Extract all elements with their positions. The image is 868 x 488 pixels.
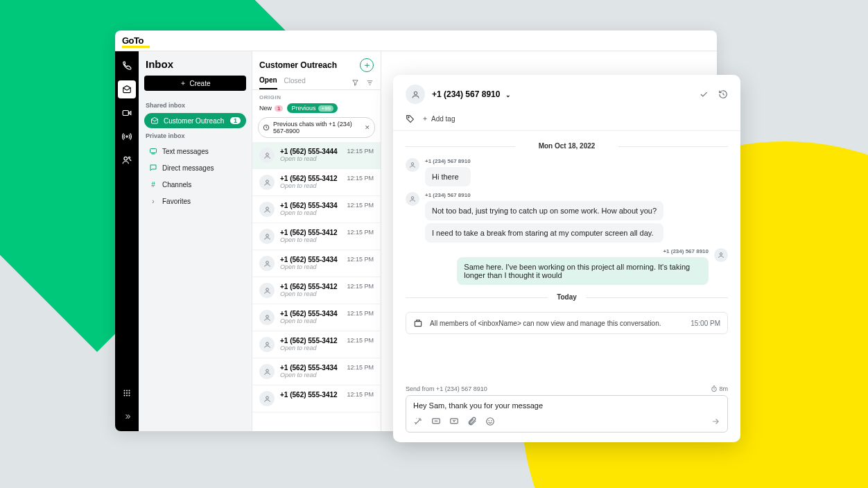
nav-apps-icon[interactable]: [118, 384, 136, 402]
badge-count: 1: [230, 117, 241, 124]
conversation-item[interactable]: +1 (562) 555-3434Open to read 12:15 PM: [252, 304, 381, 331]
filter-new[interactable]: New 1: [259, 105, 283, 112]
svg-point-22: [266, 342, 268, 345]
history-clock-icon[interactable]: [718, 89, 728, 99]
conversation-time: 12:15 PM: [347, 148, 374, 163]
conversation-item[interactable]: +1 (562) 555-3412 12:15 PM: [252, 385, 381, 412]
message-icon: [148, 146, 158, 156]
message-bubble: Hi there: [425, 167, 471, 186]
hash-icon: #: [148, 180, 158, 189]
svg-point-4: [124, 390, 125, 392]
sidebar-item-label: Channels: [162, 181, 191, 189]
conversation-number: +1 (562) 555-3444: [280, 148, 341, 155]
conversation-item[interactable]: +1 (562) 555-3412Open to read 12:15 PM: [252, 223, 381, 250]
svg-point-18: [266, 234, 268, 236]
date-divider-today: Today: [406, 293, 728, 301]
svg-point-15: [266, 152, 268, 155]
nav-contacts-icon[interactable]: [118, 151, 136, 169]
attachment-icon[interactable]: [467, 417, 477, 426]
message-input[interactable]: [413, 401, 720, 410]
svg-point-9: [129, 392, 130, 394]
add-tag-button[interactable]: ＋ Add tag: [422, 114, 455, 123]
nav-expand-icon[interactable]: [118, 408, 136, 426]
nav-inbox-icon[interactable]: [118, 80, 136, 98]
emoji-icon[interactable]: [485, 417, 495, 426]
message-composer[interactable]: [406, 395, 728, 433]
nav-phone-icon[interactable]: [118, 57, 136, 75]
tab-closed[interactable]: Closed: [284, 77, 306, 89]
message-sender: +1 (234) 567 8910: [425, 158, 471, 164]
avatar-icon: [406, 192, 419, 206]
message-bubble: Same here. I've been working on this pro…: [457, 257, 709, 285]
conversation-preview: Open to read: [280, 155, 341, 162]
conversation-scroll[interactable]: +1 (562) 555-3444 Open to read 12:15 PM …: [252, 142, 381, 431]
draft-timer: 8m: [711, 385, 728, 392]
avatar-icon: [259, 256, 275, 271]
close-icon[interactable]: ✕: [365, 124, 370, 131]
filter-icon[interactable]: [351, 79, 359, 87]
svg-point-29: [720, 253, 722, 255]
send-from-label: Send from +1 (234) 567 8910: [406, 385, 487, 392]
svg-point-34: [487, 418, 494, 426]
conversation-item[interactable]: +1 (562) 555-3412Open to read 12:15 PM: [252, 169, 381, 196]
tag-row: ＋ Add tag: [393, 110, 740, 131]
conversation-list-title: Customer Outreach: [259, 60, 337, 70]
svg-point-21: [266, 315, 268, 317]
resolve-check-icon[interactable]: [699, 89, 709, 99]
conversation-item[interactable]: +1 (562) 555-3434Open to read 12:15 PM: [252, 196, 381, 223]
sidebar-item-favorites[interactable]: › Favorites: [144, 193, 246, 209]
sidebar-item-label: Direct messages: [162, 164, 214, 172]
origin-label: ORIGIN: [252, 90, 381, 101]
message-thread[interactable]: Mon Oct 18, 2022 +1 (234) 567 8910 Hi th…: [393, 131, 740, 378]
notice-text: All members of <inboxName> can now view …: [430, 320, 661, 327]
conversation-item[interactable]: +1 (562) 555-3412Open to read 12:15 PM: [252, 277, 381, 304]
sidebar-item-channels[interactable]: # Channels: [144, 177, 246, 192]
svg-point-3: [128, 157, 130, 158]
sidebar-item-direct-messages[interactable]: Direct messages: [144, 160, 246, 175]
conversation-detail-panel: +1 (234) 567 8910 ⌄ ＋ Add tag Mon Oct 18…: [393, 75, 740, 442]
system-notice: All members of <inboxName> can now view …: [406, 312, 728, 334]
magic-wand-icon[interactable]: [413, 417, 423, 426]
avatar-icon: [259, 310, 275, 325]
svg-rect-0: [123, 111, 128, 116]
avatar-icon: [259, 364, 275, 379]
message-sender: +1 (234) 567 8910: [663, 248, 709, 254]
send-button[interactable]: [711, 417, 720, 426]
plus-icon: ＋: [180, 78, 186, 88]
create-button[interactable]: ＋ Create: [144, 76, 246, 91]
shared-inbox-icon: [413, 318, 423, 328]
conversation-item[interactable]: +1 (562) 555-3434Open to read 12:15 PM: [252, 250, 381, 277]
filter-chip-previous-chats[interactable]: Previous chats with +1 (234) 567-8900 ✕: [258, 117, 375, 138]
conversation-item[interactable]: +1 (562) 555-3444 Open to read 12:15 PM: [252, 142, 381, 169]
quick-reply-icon[interactable]: [431, 417, 441, 426]
tab-open[interactable]: Open: [259, 76, 277, 89]
filter-chip-label: Previous chats with +1 (234) 567-8900: [273, 121, 361, 134]
svg-point-8: [126, 392, 128, 394]
contact-name-dropdown[interactable]: +1 (234) 567 8910 ⌄: [432, 89, 511, 99]
conversation-item[interactable]: +1 (562) 555-3434Open to read 12:15 PM: [252, 358, 381, 385]
title-bar: GoTo: [115, 31, 717, 51]
template-icon[interactable]: [449, 417, 459, 426]
tag-icon: [406, 114, 415, 123]
sidebar-item-text-messages[interactable]: Text messages: [144, 143, 246, 159]
primary-nav-rail: [115, 51, 139, 431]
nav-video-icon[interactable]: [118, 104, 136, 122]
composer-area: Send from +1 (234) 567 8910 8m: [393, 378, 740, 442]
svg-point-27: [411, 163, 413, 165]
clock-icon: [263, 124, 270, 131]
sort-icon[interactable]: [366, 79, 374, 87]
conversation-item[interactable]: +1 (562) 555-3412Open to read 12:15 PM: [252, 331, 381, 358]
message-group-inbound: +1 (234) 567 8910 Not too bad, just tryi…: [406, 192, 728, 243]
sidebar-item-customer-outreach[interactable]: Customer Outreach 1: [144, 113, 246, 128]
chevron-right-icon: ›: [148, 196, 158, 206]
message-group-inbound: +1 (234) 567 8910 Hi there: [406, 158, 728, 186]
nav-broadcast-icon[interactable]: [118, 128, 136, 146]
new-conversation-button[interactable]: ＋: [360, 58, 374, 72]
svg-point-12: [129, 395, 130, 397]
svg-point-6: [129, 390, 130, 392]
sidebar-item-label: Customer Outreach: [164, 117, 224, 125]
filter-previous[interactable]: Previous +99: [287, 103, 338, 113]
avatar-icon: [259, 283, 275, 298]
plus-icon: ＋: [422, 114, 428, 123]
avatar-icon: [259, 391, 275, 406]
